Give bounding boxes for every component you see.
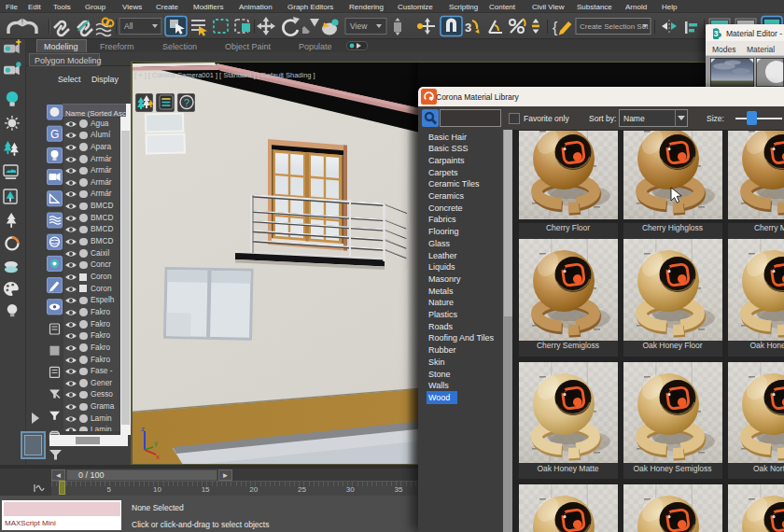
svg-text:x: x <box>156 453 160 461</box>
svg-text:?: ? <box>184 97 189 108</box>
svg-text:y: y <box>154 439 158 447</box>
svg-text:3: 3 <box>465 21 471 35</box>
svg-text:Create Selection Set: Create Selection Set <box>580 22 649 31</box>
svg-text:{: { <box>553 20 558 35</box>
svg-text:View: View <box>350 21 368 31</box>
svg-text:3: 3 <box>713 29 718 38</box>
svg-text:All: All <box>124 21 133 31</box>
svg-text:G: G <box>50 128 59 141</box>
svg-text:z: z <box>141 425 145 433</box>
